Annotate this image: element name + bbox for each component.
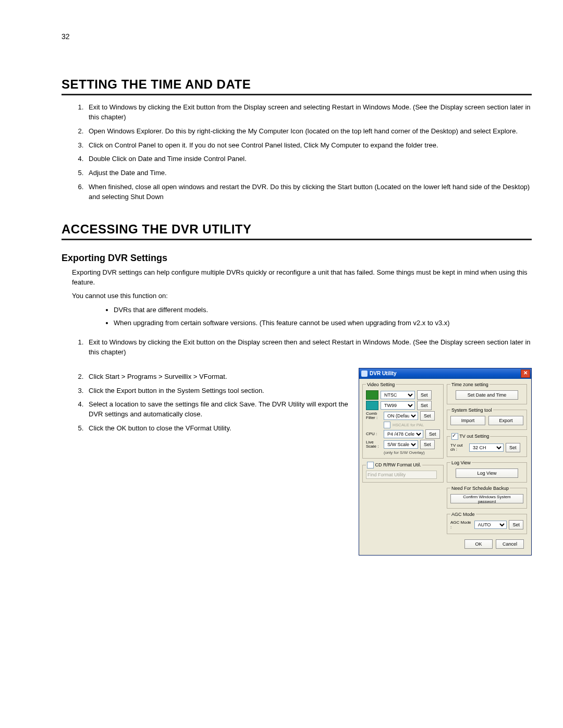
restrictions-list: DVRs that are different models. When upg… [62,305,532,328]
app-icon [361,371,368,377]
tvout-set-button[interactable]: Set [506,443,520,452]
step-item: Click on Control Panel to open it. If yo… [85,141,532,151]
tvout-label: TV out ch : [450,443,467,452]
step-item: Click the OK button to close the VFormat… [85,424,351,434]
live-scale-set-button[interactable]: Set [420,440,435,449]
intro-paragraph: Exporting DVR settings can help configur… [72,268,532,288]
comb-filter-label: Comb Filter : [366,412,382,420]
comb-filter-select[interactable]: ON (Default) [384,412,418,420]
live-scale-select[interactable]: S/W Scale [384,440,418,449]
schedule-backup-legend: Need For Schedule Backup [450,486,510,491]
import-button[interactable]: Import [450,416,485,425]
comb-filter-set-button[interactable]: Set [420,411,435,421]
dialog-title: DVR Utility [361,371,397,377]
live-scale-note: (only for S/W Overlay) [384,450,440,455]
cancel-button[interactable]: Cancel [496,539,524,549]
steps-list: Exit to Windows by clicking the Exit but… [62,103,532,202]
tvout-checkbox[interactable] [451,433,458,440]
cd-format-group: CD R/RW Format Util. [362,462,444,483]
section-accessing-dvr-utility: ACCESSING THE DVR UTILITY Exporting DVR … [62,217,532,556]
logview-group: Log View Log View [447,460,527,483]
chip-icon [366,390,378,400]
agc-row: AGC Mode : AUTO Set [450,520,523,529]
ntsc-select[interactable]: NTSC [381,391,415,399]
export-steps-list: Exit to Windows by clicking the Exit but… [62,338,532,357]
subsection-title: Exporting DVR Settings [62,253,532,264]
tvout-legend-wrap: TV out Setting [450,433,490,440]
step-item: Exit to Windows by clicking the Exit but… [85,338,532,357]
dialog-body: Video Setting NTSC Set [359,379,531,555]
page-number: 32 [62,32,70,41]
live-scale-row: Live Scale : S/W Scale Set [366,440,440,449]
tvout-group: TV out Setting TV out ch : 32 CH Set [447,433,527,457]
section-title: SETTING THE TIME AND DATE [62,72,532,92]
section-title: ACCESSING THE DVR UTILITY [62,217,532,237]
dialog-footer: OK Cancel [362,537,528,552]
tvout-legend: TV out Setting [459,434,489,439]
cpu-row: CPU : P4 /478 Celeron Set [366,429,440,439]
agc-mode-legend: AGC Mode [450,512,476,517]
comb-filter-row: Comb Filter : ON (Default) Set [366,411,440,421]
step-item: Adjust the Date and Time. [85,168,532,178]
step-item: When finished, close all open windows an… [85,182,532,202]
agc-mode-group: AGC Mode AGC Mode : AUTO Set [447,512,527,534]
ok-button[interactable]: OK [464,539,493,549]
confirm-password-button[interactable]: Confirm Windows System password [450,494,523,503]
logview-button[interactable]: Log View [456,468,518,478]
cd-format-legend-wrap: CD R/RW Format Util. [366,462,422,468]
step-item: Exit to Windows by clicking the Exit but… [85,103,532,122]
agc-set-button[interactable]: Set [509,520,523,529]
two-column-layout: Click Start > Programs > Surveillix > VF… [62,368,532,556]
tw99-select[interactable]: TW99 [381,401,415,410]
live-scale-label: Live Scale : [366,440,382,449]
cd-format-checkbox[interactable] [367,462,374,468]
hscale-row: HSCALE for PAL [384,422,440,428]
hscale-checkbox [384,422,390,428]
system-setting-tool-group: System Setting tool Import Export [447,408,527,430]
timezone-legend: Time zone setting [450,382,489,387]
tvout-row: TV out ch : 32 CH Set [450,443,523,452]
video-setting-group: Video Setting NTSC Set [362,382,444,459]
export-steps-list-cont: Click Start > Programs > Surveillix > VF… [62,372,351,434]
agc-select[interactable]: AUTO [474,521,507,529]
ntsc-set-button[interactable]: Set [417,390,432,400]
schedule-backup-group: Need For Schedule Backup Confirm Windows… [447,486,527,509]
dialog-title-text: DVR Utility [370,371,397,376]
find-format-utility-input [366,471,437,479]
cannot-use-paragraph: You cannot use this function on: [72,291,532,301]
step-item: Open Windows Explorer. Do this by right-… [85,127,532,137]
dialog-right-column: Time zone setting Set Date and Time Syst… [447,382,527,534]
set-date-time-button[interactable]: Set Date and Time [456,390,518,400]
section-divider [62,94,532,95]
step-item: Click the Export button in the System Se… [85,386,351,396]
section-setting-time-date: SETTING THE TIME AND DATE Exit to Window… [62,72,532,202]
step-item: Select a location to save the settings f… [85,400,351,419]
cpu-label: CPU : [366,432,382,436]
cd-format-legend: CD R/RW Format Util. [375,462,421,467]
list-item: DVRs that are different models. [114,305,532,315]
document-page: 32 SETTING THE TIME AND DATE Exit to Win… [0,0,563,587]
section-divider [62,239,532,240]
dialog-left-column: Video Setting NTSC Set [362,382,444,534]
dvr-utility-dialog: DVR Utility ✕ Video Setting [359,368,532,556]
video-setting-legend: Video Setting [366,382,396,387]
tw99-set-button[interactable]: Set [417,401,432,410]
export-button[interactable]: Export [488,416,523,425]
system-setting-tool-legend: System Setting tool [450,408,493,413]
dialog-titlebar: DVR Utility ✕ [359,368,531,379]
tw99-row: TW99 Set [366,401,440,410]
step-item: Click Start > Programs > Surveillix > VF… [85,372,351,382]
logview-legend: Log View [450,460,472,465]
agc-label: AGC Mode : [450,520,472,529]
cpu-select[interactable]: P4 /478 Celeron [384,430,423,438]
hscale-label: HSCALE for PAL [393,423,424,427]
close-button[interactable]: ✕ [521,369,530,378]
tvout-select[interactable]: 32 CH [469,443,504,452]
cpu-set-button[interactable]: Set [425,429,440,439]
timezone-group: Time zone setting Set Date and Time [447,382,527,404]
ntsc-row: NTSC Set [366,390,440,400]
list-item: When upgrading from certain software ver… [114,318,532,328]
step-item: Double Click on Date and Time inside Con… [85,154,532,164]
chip-icon [366,401,378,410]
